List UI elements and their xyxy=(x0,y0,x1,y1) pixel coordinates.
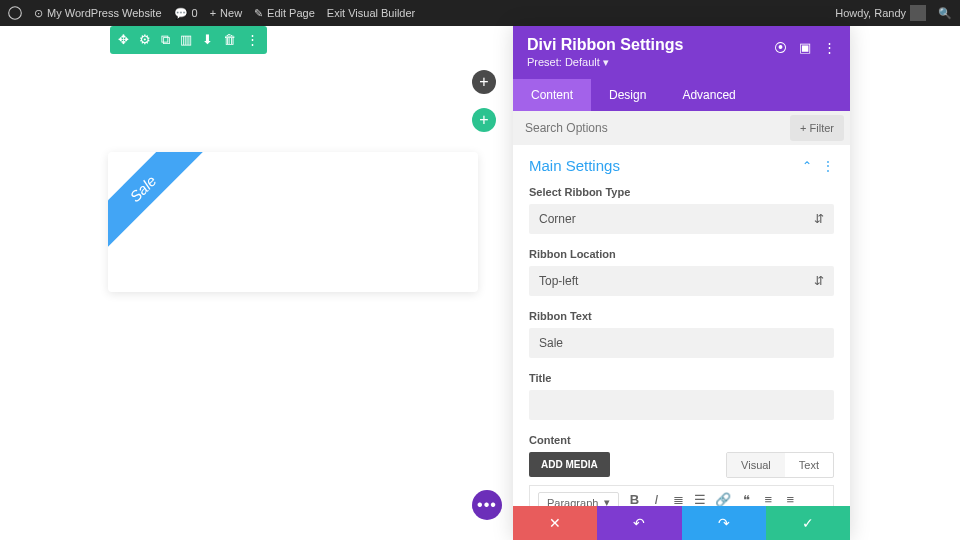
preset-selector[interactable]: Preset: Default ▾ xyxy=(527,56,683,69)
tab-design[interactable]: Design xyxy=(591,79,664,111)
exit-visual-builder[interactable]: Exit Visual Builder xyxy=(327,7,415,19)
panel-footer: ✕ ↶ ↷ ✓ xyxy=(513,506,850,540)
wp-admin-bar: ⊙ My WordPress Website 💬 0 + New ✎ Edit … xyxy=(0,0,960,26)
title-input[interactable] xyxy=(529,390,834,420)
number-list-icon[interactable]: ☰ xyxy=(693,492,707,506)
undo-button[interactable]: ↶ xyxy=(597,506,681,540)
corner-ribbon: Sale xyxy=(108,152,204,250)
paragraph-select[interactable]: Paragraph ▾ xyxy=(538,492,619,506)
menu-icon[interactable]: ⋮ xyxy=(823,40,836,55)
filter-button[interactable]: + Filter xyxy=(790,115,844,141)
bold-icon[interactable]: B xyxy=(627,492,641,506)
editor-visual-tab[interactable]: Visual xyxy=(727,453,785,477)
ribbon-location-select[interactable]: Top-left⇵ xyxy=(529,266,834,296)
ribbon-text-input[interactable] xyxy=(529,328,834,358)
help-icon[interactable]: ⦿ xyxy=(774,40,787,55)
section-main-settings[interactable]: Main Settings ⌃⋮ xyxy=(529,157,834,174)
page-settings-fab[interactable]: ••• xyxy=(472,490,502,520)
ribbon-type-select[interactable]: Corner⇵ xyxy=(529,204,834,234)
site-name[interactable]: ⊙ My WordPress Website xyxy=(34,7,162,20)
more-icon[interactable]: ⋮ xyxy=(246,32,259,48)
search-input[interactable] xyxy=(513,112,784,144)
redo-button[interactable]: ↷ xyxy=(682,506,766,540)
title-label: Title xyxy=(529,372,834,384)
align-left-icon[interactable]: ≡ xyxy=(761,492,775,506)
section-more-icon[interactable]: ⋮ xyxy=(822,159,834,173)
panel-title: Divi Ribbon Settings xyxy=(527,36,683,54)
module-toolbar: ✥ ⚙ ⧉ ▥ ⬇ 🗑 ⋮ xyxy=(110,26,267,54)
add-row-button[interactable]: + xyxy=(472,108,496,132)
ribbon-location-label: Ribbon Location xyxy=(529,248,834,260)
wysiwyg-editor: Paragraph ▾ B I ≣ ☰ 🔗 ❝ ≡ ≡ ≡ S U A 📋 ⌧ xyxy=(529,485,834,506)
cancel-button[interactable]: ✕ xyxy=(513,506,597,540)
tab-content[interactable]: Content xyxy=(513,79,591,111)
collapse-icon[interactable]: ⌃ xyxy=(802,159,812,173)
duplicate-icon[interactable]: ⧉ xyxy=(161,32,170,48)
settings-panel: Divi Ribbon Settings Preset: Default ▾ ⦿… xyxy=(513,26,850,540)
tab-advanced[interactable]: Advanced xyxy=(664,79,753,111)
new[interactable]: + New xyxy=(210,7,242,19)
bullet-list-icon[interactable]: ≣ xyxy=(671,492,685,506)
move-icon[interactable]: ✥ xyxy=(118,32,129,48)
search-icon[interactable]: 🔍 xyxy=(938,7,952,20)
panel-tabs: Content Design Advanced xyxy=(513,79,850,111)
add-media-button[interactable]: ADD MEDIA xyxy=(529,452,610,477)
howdy[interactable]: Howdy, Randy xyxy=(835,5,926,21)
comments[interactable]: 💬 0 xyxy=(174,7,198,20)
ribbon-type-label: Select Ribbon Type xyxy=(529,186,834,198)
save-icon[interactable]: ⬇ xyxy=(202,32,213,48)
add-section-button[interactable]: + xyxy=(472,70,496,94)
preview-card: Sale xyxy=(108,152,478,292)
ribbon-text-label: Ribbon Text xyxy=(529,310,834,322)
search-row: + Filter xyxy=(513,111,850,145)
avatar xyxy=(910,5,926,21)
svg-point-0 xyxy=(9,7,22,20)
delete-icon[interactable]: 🗑 xyxy=(223,32,236,48)
content-label: Content xyxy=(529,434,834,446)
edit-page[interactable]: ✎ Edit Page xyxy=(254,7,315,20)
editor-text-tab[interactable]: Text xyxy=(785,453,833,477)
panel-header: Divi Ribbon Settings Preset: Default ▾ ⦿… xyxy=(513,26,850,79)
expand-icon[interactable]: ▣ xyxy=(799,40,811,55)
save-button[interactable]: ✓ xyxy=(766,506,850,540)
italic-icon[interactable]: I xyxy=(649,492,663,506)
wp-logo[interactable] xyxy=(8,6,22,20)
settings-icon[interactable]: ⚙ xyxy=(139,32,151,48)
quote-icon[interactable]: ❝ xyxy=(739,492,753,506)
align-center-icon[interactable]: ≡ xyxy=(783,492,797,506)
link-icon[interactable]: 🔗 xyxy=(715,492,731,506)
columns-icon[interactable]: ▥ xyxy=(180,32,192,48)
